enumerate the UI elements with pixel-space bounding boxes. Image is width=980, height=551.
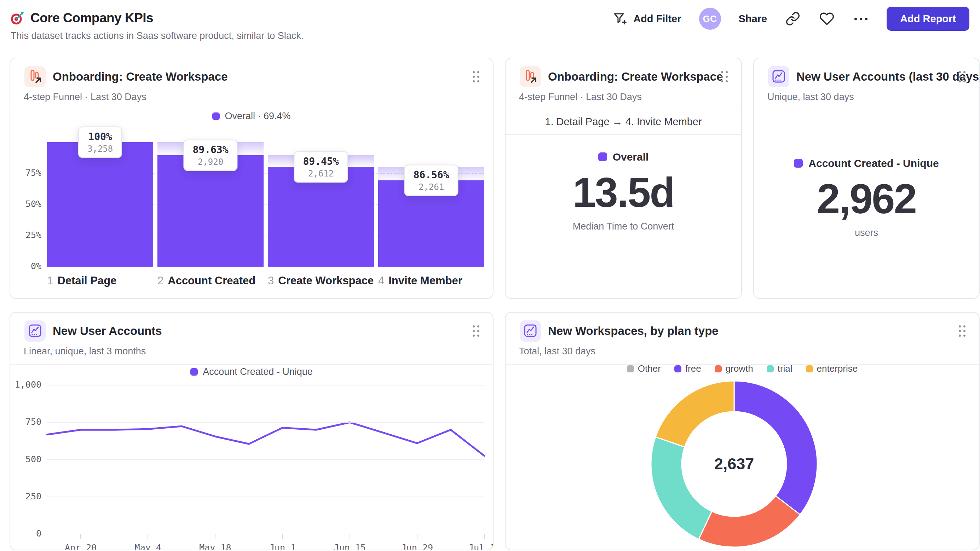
card-title[interactable]: New User Accounts (last 30 days) bbox=[796, 70, 980, 83]
conversion-count: 2,920 bbox=[192, 157, 228, 167]
line-legend[interactable]: Account Created - Unique bbox=[10, 367, 493, 377]
divider bbox=[10, 364, 493, 365]
card-subtitle: 4-step Funnel · Last 30 Days bbox=[10, 87, 493, 103]
card-new-user-accounts-line: New User Accounts Linear, unique, last 3… bbox=[10, 312, 493, 550]
donut-slice-growth[interactable] bbox=[699, 496, 800, 547]
funnel-step-label: 4Invite Member bbox=[378, 275, 462, 287]
card-title[interactable]: Onboarding: Create Workspace bbox=[548, 70, 723, 83]
x-axis-tick bbox=[148, 534, 148, 538]
x-axis-label: Apr 20 bbox=[52, 543, 109, 550]
insights-report-icon bbox=[24, 321, 46, 341]
divider bbox=[10, 110, 493, 110]
legend-item-enterprise[interactable]: enterprise bbox=[806, 363, 858, 374]
y-axis-label: 75% bbox=[10, 168, 41, 178]
funnel-tooltip: 89.63%2,920 bbox=[183, 139, 237, 171]
funnel-legend[interactable]: Overall · 69.4% bbox=[10, 111, 493, 122]
donut-slice-enterprise[interactable] bbox=[655, 381, 734, 447]
legend-swatch bbox=[675, 365, 681, 372]
gridline bbox=[47, 385, 484, 386]
legend-label: Account Created - Unique bbox=[203, 367, 313, 377]
donut-chart: 2,637 bbox=[651, 381, 817, 547]
card-head: New User Accounts (last 30 days) bbox=[754, 58, 979, 87]
filter-plus-icon bbox=[612, 11, 628, 27]
x-axis-label: May 4 bbox=[119, 543, 176, 550]
metric-legend: Account Created - Unique bbox=[794, 157, 939, 169]
donut-slice-trial[interactable] bbox=[651, 437, 712, 539]
drag-handle-icon[interactable] bbox=[959, 326, 966, 337]
legend-label: trial bbox=[778, 363, 792, 374]
legend-item-trial[interactable]: trial bbox=[767, 363, 792, 374]
funnel-bar[interactable]: 89.63%2,9202Account Created bbox=[158, 142, 264, 267]
page-subtitle: This dataset tracks actions in Saas soft… bbox=[11, 30, 969, 41]
add-filter-button[interactable]: Add Filter bbox=[612, 11, 681, 27]
conversion-count: 2,261 bbox=[413, 182, 449, 192]
gridline bbox=[47, 422, 484, 422]
funnel-bar[interactable]: 89.45%2,6123Create Workspace bbox=[268, 142, 374, 267]
legend-item-free[interactable]: free bbox=[675, 363, 701, 374]
x-axis-label: Jun 15 bbox=[321, 543, 378, 550]
x-axis-tick bbox=[215, 534, 215, 538]
drag-handle-icon[interactable] bbox=[959, 71, 966, 83]
legend-label: free bbox=[685, 363, 701, 374]
metric-value: 13.5d bbox=[573, 171, 675, 213]
x-axis-tick bbox=[484, 534, 485, 538]
legend-item-Other[interactable]: Other bbox=[627, 363, 661, 374]
favorite-heart-icon[interactable] bbox=[819, 11, 835, 27]
metric-body: Account Created - Unique 2,962 users bbox=[754, 110, 979, 299]
legend-label: enterprise bbox=[817, 363, 858, 374]
line-y-axis: 1,0007505002500 bbox=[10, 385, 41, 534]
legend-label: Other bbox=[638, 363, 661, 374]
funnel-y-axis: 75%50%25%0% bbox=[10, 142, 41, 267]
card-time-to-convert: Onboarding: Create Workspace 4-step Funn… bbox=[505, 58, 742, 299]
card-head: New Workspaces, by plan type bbox=[506, 313, 979, 341]
x-axis-label: Jun 1 bbox=[255, 543, 311, 550]
legend-label: Overall · 69.4% bbox=[225, 111, 291, 122]
gridline bbox=[47, 497, 484, 497]
card-title[interactable]: Onboarding: Create Workspace bbox=[53, 70, 228, 83]
legend-item-growth[interactable]: growth bbox=[715, 363, 753, 374]
metric-caption: Median Time to Convert bbox=[573, 221, 675, 232]
funnel-bar[interactable]: 86.56%2,2614Invite Member bbox=[378, 142, 484, 267]
funnel-step-label: 2Account Created bbox=[158, 275, 255, 287]
card-subtitle: Total, last 30 days bbox=[506, 341, 979, 357]
x-axis-tick bbox=[417, 534, 417, 538]
donut-slice-free[interactable] bbox=[734, 381, 817, 514]
metric-body: Overall 13.5d Median Time to Convert bbox=[506, 135, 741, 299]
copy-link-icon[interactable] bbox=[785, 11, 801, 27]
y-axis-label: 750 bbox=[10, 417, 41, 427]
drag-handle-icon[interactable] bbox=[473, 326, 479, 337]
funnel-plot: 100%3,2581Detail Page89.63%2,9202Account… bbox=[47, 142, 484, 267]
legend-swatch bbox=[598, 152, 607, 161]
gridline bbox=[47, 459, 484, 460]
funnel-tooltip: 86.56%2,261 bbox=[404, 164, 458, 196]
card-title[interactable]: New User Accounts bbox=[53, 324, 162, 338]
drag-handle-icon[interactable] bbox=[473, 71, 479, 83]
y-axis-label: 1,000 bbox=[10, 380, 41, 390]
conversion-count: 3,258 bbox=[88, 144, 113, 154]
legend-label: growth bbox=[725, 363, 753, 374]
legend-swatch bbox=[190, 368, 198, 376]
share-button[interactable]: Share bbox=[739, 13, 767, 25]
avatar[interactable]: GC bbox=[699, 8, 721, 30]
legend-swatch bbox=[715, 365, 722, 372]
card-title[interactable]: New Workspaces, by plan type bbox=[548, 324, 719, 338]
card-new-user-accounts-metric: New User Accounts (last 30 days) Unique,… bbox=[753, 58, 980, 299]
donut-legend: Otherfreegrowthtrialenterprise bbox=[506, 363, 979, 374]
x-axis-label: May 18 bbox=[187, 543, 243, 550]
page-title: Core Company KPIs bbox=[30, 11, 153, 25]
legend-swatch bbox=[806, 365, 813, 372]
card-head: Onboarding: Create Workspace bbox=[506, 58, 741, 87]
more-options-icon[interactable] bbox=[853, 11, 869, 27]
funnel-bar[interactable]: 100%3,2581Detail Page bbox=[47, 142, 153, 267]
add-report-button[interactable]: Add Report bbox=[886, 7, 969, 31]
conversion-percent: 100% bbox=[88, 131, 113, 143]
y-axis-label: 50% bbox=[10, 199, 41, 209]
metric-legend: Overall bbox=[598, 151, 649, 163]
y-axis-label: 250 bbox=[10, 491, 41, 502]
card-subtitle: Unique, last 30 days bbox=[754, 87, 979, 103]
y-axis-label: 0% bbox=[10, 261, 41, 271]
funnel-tooltip: 100%3,258 bbox=[78, 127, 122, 158]
ellipsis-dots bbox=[854, 18, 867, 20]
drag-handle-icon[interactable] bbox=[721, 71, 728, 83]
metric-value: 2,962 bbox=[817, 178, 916, 220]
